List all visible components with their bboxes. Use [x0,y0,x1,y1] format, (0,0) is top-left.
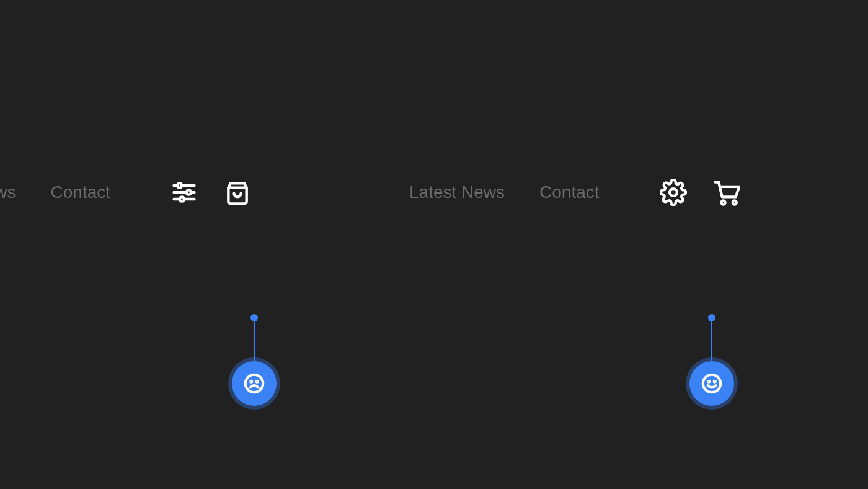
shopping-bag-icon[interactable] [223,178,252,207]
mood-pin [686,314,738,406]
smile-icon [700,372,724,395]
svg-point-5 [180,197,184,201]
svg-point-13 [708,381,709,382]
pin-stem-icon [254,321,255,361]
frown-icon [242,372,266,395]
nav-link-news[interactable]: Latest News [409,182,505,202]
svg-point-14 [714,381,715,382]
mood-pin [228,314,280,406]
pin-dot-icon [250,314,258,321]
nav-link-contact[interactable]: Contact [539,182,600,202]
nav-link-contact[interactable]: Contact [51,182,111,202]
mood-bubble[interactable] [232,361,277,406]
pin-dot-icon [708,314,715,321]
comparison-panel-right: Latest News Contact [347,0,868,489]
svg-point-11 [732,201,736,205]
comparison-panel-left: t News Contact [0,0,347,489]
svg-point-3 [177,183,182,187]
svg-point-4 [187,190,191,194]
shopping-cart-icon[interactable] [712,178,741,207]
svg-point-9 [670,189,677,196]
svg-point-10 [721,201,725,205]
svg-point-7 [250,381,252,382]
pin-stem-icon [711,321,712,361]
nav-row: t News Contact [0,176,252,209]
mood-bubble[interactable] [689,361,734,406]
nav-row: Latest News Contact [409,176,741,209]
svg-point-8 [257,381,258,382]
svg-point-6 [246,375,264,393]
sliders-icon[interactable] [170,178,198,207]
settings-icon[interactable] [659,178,688,207]
svg-point-12 [703,375,721,393]
nav-link-news[interactable]: t News [0,182,16,202]
